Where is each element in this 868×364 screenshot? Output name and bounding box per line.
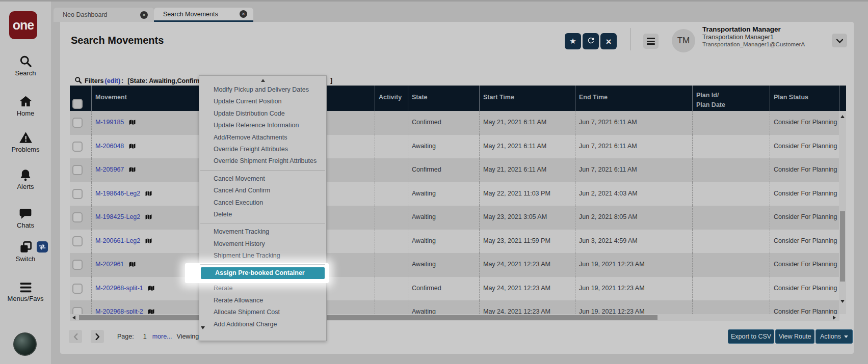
filters-edit-link[interactable]: (edit) — [105, 77, 121, 85]
sidebar-item-search[interactable]: Search — [0, 54, 51, 77]
map-icon[interactable] — [148, 309, 154, 314]
prev-page-button[interactable] — [69, 330, 82, 343]
column-header-start-time[interactable]: Start Time — [479, 86, 575, 111]
table-row[interactable]: M-199185 Confirmed May 21, 2021 6:11 AM … — [70, 111, 839, 135]
menu-item[interactable]: Override Freight Attributes — [199, 144, 326, 155]
sidebar-item-menus-favs[interactable]: Menus/Favs — [0, 282, 51, 302]
movement-link[interactable]: M-202968-split-2 — [95, 308, 143, 314]
menu-item[interactable]: Cancel And Confirm — [199, 185, 326, 197]
movement-link[interactable]: M-205967 — [95, 166, 124, 173]
user-avatar-photo[interactable] — [13, 332, 37, 356]
movement-link[interactable]: M-198646-Leg2 — [95, 190, 140, 197]
menu-item[interactable]: Delete — [199, 209, 326, 220]
column-header-end-time[interactable]: End Time — [575, 86, 692, 111]
map-icon[interactable] — [129, 143, 136, 150]
movement-link[interactable]: M-202968-split-1 — [95, 285, 143, 292]
map-icon[interactable] — [145, 190, 152, 198]
menu-item[interactable]: Update Distribution Code — [199, 108, 326, 120]
scroll-up-icon[interactable] — [840, 115, 845, 118]
movement-link[interactable]: M-199185 — [95, 119, 124, 126]
menu-item[interactable]: Update Reference Information — [199, 120, 326, 131]
export-to-csv-button[interactable]: Export to CSV — [728, 329, 774, 344]
horizontal-scrollbar-thumb[interactable] — [79, 315, 657, 320]
tab-search-movements[interactable]: Search Movements × — [154, 8, 253, 22]
menu-item[interactable]: Movement Tracking — [199, 226, 326, 238]
favorite-button[interactable]: ★ — [565, 33, 581, 49]
menu-scroll-up[interactable] — [199, 76, 326, 84]
cell-activity — [375, 300, 408, 314]
menu-item[interactable]: Update Current Position — [199, 96, 326, 107]
row-checkbox[interactable] — [72, 260, 83, 270]
movement-link[interactable]: M-198425-Leg2 — [95, 213, 140, 220]
actions-button[interactable]: Actions — [816, 329, 853, 344]
table-row[interactable]: M-198646-Leg2 Awaiting May 22, 2021 11:0… — [70, 182, 839, 206]
movement-link[interactable]: M-200661-Leg2 — [95, 237, 140, 244]
cell-plan-status: Consider For Planning — [770, 135, 839, 159]
tab-neo-dashboard[interactable]: Neo Dashboard × — [54, 8, 154, 22]
select-all-checkbox[interactable] — [72, 99, 83, 109]
sidebar-item-chats[interactable]: Chats — [0, 207, 51, 229]
vertical-scrollbar-thumb[interactable] — [840, 211, 845, 282]
user-initials-avatar[interactable]: TM — [672, 29, 695, 52]
vertical-scrollbar[interactable] — [839, 111, 846, 314]
table-row[interactable]: M-198425-Leg2 Awaiting May 23, 2021 3:05… — [70, 206, 839, 230]
map-icon[interactable] — [145, 214, 152, 221]
menu-item[interactable]: Cancel Movement — [199, 173, 326, 185]
row-checkbox[interactable] — [72, 189, 83, 199]
row-checkbox[interactable] — [72, 142, 83, 152]
table-row[interactable]: M-205967 Confirmed May 21, 2021 6:11 AM … — [70, 158, 839, 182]
column-header-plan-status[interactable]: Plan Status — [770, 86, 839, 111]
table-row[interactable]: M-202968-split-2 Awaiting May 24, 2021 1… — [70, 300, 839, 314]
menu-item[interactable]: Movement History — [199, 238, 326, 250]
cell-plan-id-date — [692, 182, 770, 206]
header-menu-button[interactable] — [643, 34, 659, 49]
menu-scroll-down[interactable] — [199, 330, 326, 341]
menu-item[interactable]: Override Shipment Freight Attributes — [199, 155, 326, 167]
user-menu-button[interactable] — [832, 34, 847, 47]
map-icon[interactable] — [129, 261, 136, 268]
menu-item[interactable]: Allocate Shipment Cost — [199, 306, 326, 318]
row-checkbox[interactable] — [72, 165, 83, 175]
column-header-plan-id-date[interactable]: Plan Id/ Plan Date — [692, 86, 770, 111]
map-icon[interactable] — [129, 166, 136, 174]
close-page-button[interactable]: × — [600, 33, 617, 49]
menu-item[interactable]: Shipment Line Tracking — [199, 250, 326, 262]
view-route-button[interactable]: View Route — [775, 329, 814, 344]
horizontal-scrollbar[interactable] — [70, 314, 839, 321]
movement-link[interactable]: M-202961 — [95, 261, 124, 268]
switch-badge-icon[interactable] — [37, 241, 48, 253]
menu-item[interactable]: Add/Remove Attachments — [199, 132, 326, 144]
table-row[interactable]: M-200661-Leg2 Awaiting May 23, 2021 11:5… — [70, 230, 839, 254]
column-header-activity[interactable]: Activity — [375, 86, 408, 111]
sidebar-item-home[interactable]: Home — [0, 95, 51, 117]
user-name: Transportation Manager — [702, 25, 805, 34]
menu-item[interactable]: Rerate — [199, 283, 326, 294]
map-icon[interactable] — [129, 119, 136, 126]
menu-item[interactable]: Cancel Execution — [199, 197, 326, 209]
sidebar-item-alerts[interactable]: Alerts — [0, 169, 51, 190]
refresh-button[interactable] — [583, 33, 599, 49]
menu-item[interactable]: Modify Pickup and Delivery Dates — [199, 84, 326, 96]
next-page-button[interactable] — [91, 330, 104, 343]
row-checkbox[interactable] — [72, 118, 83, 128]
more-pages-link[interactable]: more... — [152, 333, 172, 340]
sidebar-item-problems[interactable]: Problems — [0, 131, 51, 153]
menu-item[interactable]: Add Additional Charge — [199, 319, 326, 330]
menu-item[interactable]: Rerate Allowance — [199, 295, 326, 306]
close-tab-icon[interactable]: × — [240, 10, 247, 18]
row-checkbox[interactable] — [72, 307, 83, 314]
scroll-down-icon[interactable] — [840, 300, 845, 303]
movement-link[interactable]: M-206048 — [95, 143, 124, 150]
column-header-state[interactable]: State — [408, 86, 479, 111]
menu-item[interactable]: Assign Pre-booked Container — [201, 267, 325, 279]
row-checkbox[interactable] — [72, 236, 83, 246]
scroll-left-icon[interactable] — [72, 316, 75, 320]
scroll-right-icon[interactable] — [833, 316, 836, 320]
close-tab-icon[interactable]: × — [140, 11, 148, 19]
table-row[interactable]: M-206048 Awaiting May 21, 2021 6:11 AM J… — [70, 135, 839, 159]
row-checkbox[interactable] — [72, 212, 83, 222]
map-icon[interactable] — [148, 285, 154, 292]
row-checkbox[interactable] — [72, 284, 83, 294]
map-icon[interactable] — [145, 238, 152, 245]
one-logo[interactable]: one — [9, 11, 37, 39]
